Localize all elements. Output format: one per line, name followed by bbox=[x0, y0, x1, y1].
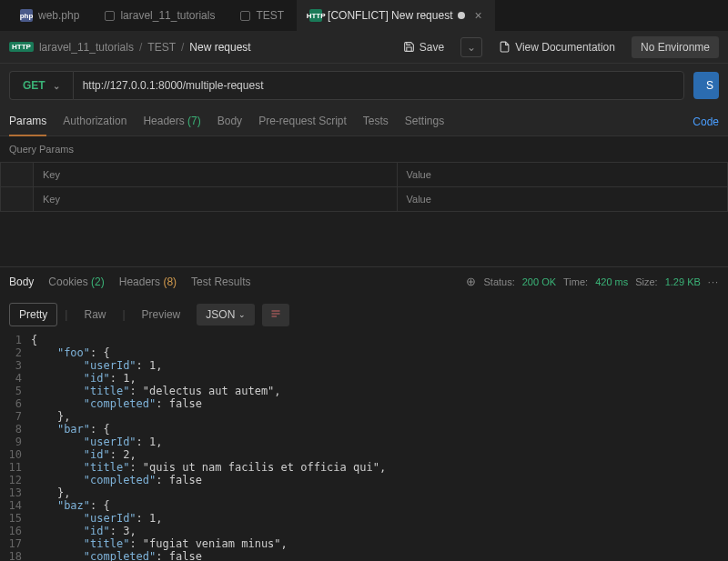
tab-settings[interactable]: Settings bbox=[405, 107, 444, 136]
breadcrumb-item[interactable]: TEST bbox=[147, 41, 176, 54]
send-button[interactable]: S bbox=[693, 72, 719, 99]
chevron-down-icon: ⌄ bbox=[238, 310, 246, 319]
url-row: GET ⌄ S bbox=[0, 64, 728, 107]
breadcrumb-separator: / bbox=[181, 41, 184, 54]
save-label: Save bbox=[420, 41, 444, 54]
response-tabs: Body Cookies (2) Headers (8) Test Result… bbox=[9, 275, 250, 288]
breadcrumb-row: HTTP laravel_11_tutorials / TEST / New r… bbox=[0, 31, 728, 64]
line-number: 11 bbox=[0, 461, 31, 474]
resp-tab-testresults[interactable]: Test Results bbox=[191, 275, 250, 288]
url-input[interactable] bbox=[73, 71, 684, 100]
chevron-down-icon: ⌄ bbox=[467, 41, 476, 54]
tab-label: web.php bbox=[38, 9, 79, 22]
code-line: 15 "userId": 1, bbox=[0, 512, 728, 525]
http-icon: HTTP bbox=[309, 9, 322, 22]
code-line: 2 "foo": { bbox=[0, 346, 728, 359]
tab-label: [CONFLICT] New request bbox=[328, 9, 452, 22]
line-number: 15 bbox=[0, 512, 31, 525]
close-icon[interactable]: × bbox=[474, 8, 481, 23]
tab-params[interactable]: Params bbox=[9, 107, 46, 136]
method-select[interactable]: GET ⌄ bbox=[9, 71, 73, 100]
status-label: Status: bbox=[483, 276, 514, 287]
code-line: 11 "title": "quis ut nam facilis et offi… bbox=[0, 461, 728, 474]
param-value-input[interactable]: Value bbox=[397, 187, 728, 212]
code-line: 1{ bbox=[0, 334, 728, 346]
view-pretty[interactable]: Pretty bbox=[9, 303, 57, 326]
wrap-icon bbox=[269, 308, 282, 319]
line-number: 3 bbox=[0, 359, 31, 372]
code-line: 5 "title": "delectus aut autem", bbox=[0, 385, 728, 397]
resp-tab-headers[interactable]: Headers (8) bbox=[119, 275, 177, 288]
breadcrumb: HTTP laravel_11_tutorials / TEST / New r… bbox=[9, 41, 251, 54]
line-number: 17 bbox=[0, 537, 31, 550]
code-line: 9 "userId": 1, bbox=[0, 436, 728, 448]
code-link[interactable]: Code bbox=[693, 115, 719, 128]
docs-label: View Documentation bbox=[515, 41, 615, 54]
breadcrumb-item[interactable]: laravel_11_tutorials bbox=[39, 41, 134, 54]
code-line: 3 "userId": 1, bbox=[0, 359, 728, 372]
code-line: 13 }, bbox=[0, 486, 728, 499]
status-value: 200 OK bbox=[522, 276, 556, 287]
tab-headers[interactable]: Headers (7) bbox=[143, 107, 200, 136]
param-key-input[interactable]: Key bbox=[34, 187, 398, 212]
top-actions: Save ⌄ View Documentation No Environme bbox=[394, 36, 719, 58]
save-button[interactable]: Save bbox=[394, 36, 453, 58]
param-value-header: Value bbox=[397, 163, 728, 187]
code-line: 10 "id": 2, bbox=[0, 448, 728, 461]
save-dropdown[interactable]: ⌄ bbox=[460, 37, 482, 57]
line-number: 2 bbox=[0, 346, 31, 359]
tab-prerequest[interactable]: Pre-request Script bbox=[258, 107, 347, 136]
document-icon bbox=[499, 41, 511, 53]
wrap-toggle[interactable] bbox=[262, 304, 289, 326]
tab-authorization[interactable]: Authorization bbox=[63, 107, 126, 136]
code-line: 7 }, bbox=[0, 410, 728, 423]
view-row: Pretty | Raw | Preview JSON⌄ bbox=[0, 296, 728, 334]
line-number: 7 bbox=[0, 410, 31, 423]
request-tabs: Params Authorization Headers (7) Body Pr… bbox=[0, 107, 728, 136]
tab-web-php[interactable]: php web.php bbox=[7, 0, 92, 31]
response-bar: Body Cookies (2) Headers (8) Test Result… bbox=[0, 266, 728, 296]
line-number: 16 bbox=[0, 525, 31, 537]
line-number: 14 bbox=[0, 499, 31, 512]
line-number: 13 bbox=[0, 486, 31, 499]
resp-tab-cookies[interactable]: Cookies (2) bbox=[48, 275, 104, 288]
code-line: 17 "title": "fugiat veniam minus", bbox=[0, 537, 728, 550]
line-number: 9 bbox=[0, 436, 31, 448]
line-number: 5 bbox=[0, 385, 31, 397]
line-number: 4 bbox=[0, 372, 31, 385]
format-select[interactable]: JSON⌄ bbox=[197, 304, 255, 326]
size-value: 1.29 KB bbox=[665, 276, 701, 287]
line-number: 12 bbox=[0, 474, 31, 486]
method-value: GET bbox=[23, 79, 46, 92]
row-handle bbox=[1, 187, 34, 212]
chevron-down-icon: ⌄ bbox=[53, 81, 60, 91]
resp-tab-body[interactable]: Body bbox=[9, 275, 34, 288]
tab-tests[interactable]: Tests bbox=[363, 107, 389, 136]
folder-icon bbox=[105, 11, 115, 21]
time-label: Time: bbox=[563, 276, 588, 287]
environment-select[interactable]: No Environme bbox=[632, 36, 719, 58]
line-number: 18 bbox=[0, 550, 31, 561]
params-table: Key Value Key Value bbox=[0, 162, 728, 212]
tab-new-request[interactable]: HTTP [CONFLICT] New request × bbox=[297, 0, 495, 31]
code-line: 16 "id": 3, bbox=[0, 525, 728, 537]
breadcrumb-separator: / bbox=[139, 41, 142, 54]
dirty-indicator-icon bbox=[458, 12, 465, 19]
view-raw[interactable]: Raw bbox=[75, 304, 115, 326]
code-line: 6 "completed": false bbox=[0, 397, 728, 410]
env-label: No Environme bbox=[641, 41, 710, 54]
line-number: 8 bbox=[0, 423, 31, 436]
code-line: 12 "completed": false bbox=[0, 474, 728, 486]
tab-test-folder[interactable]: TEST bbox=[228, 0, 297, 31]
code-line: 4 "id": 1, bbox=[0, 372, 728, 385]
response-body-code[interactable]: 1{2 "foo": {3 "userId": 1,4 "id": 1,5 "t… bbox=[0, 334, 728, 561]
view-docs-button[interactable]: View Documentation bbox=[490, 36, 624, 58]
tab-laravel-folder[interactable]: laravel_11_tutorials bbox=[92, 0, 228, 31]
response-status: ⊕ Status: 200 OK Time: 420 ms Size: 1.29… bbox=[466, 275, 719, 288]
tab-body[interactable]: Body bbox=[217, 107, 242, 136]
breadcrumb-current: New request bbox=[189, 41, 250, 54]
tab-label: laravel_11_tutorials bbox=[120, 9, 215, 22]
more-icon[interactable]: ··· bbox=[708, 276, 719, 287]
view-preview[interactable]: Preview bbox=[133, 304, 190, 326]
param-key-header: Key bbox=[34, 163, 398, 187]
